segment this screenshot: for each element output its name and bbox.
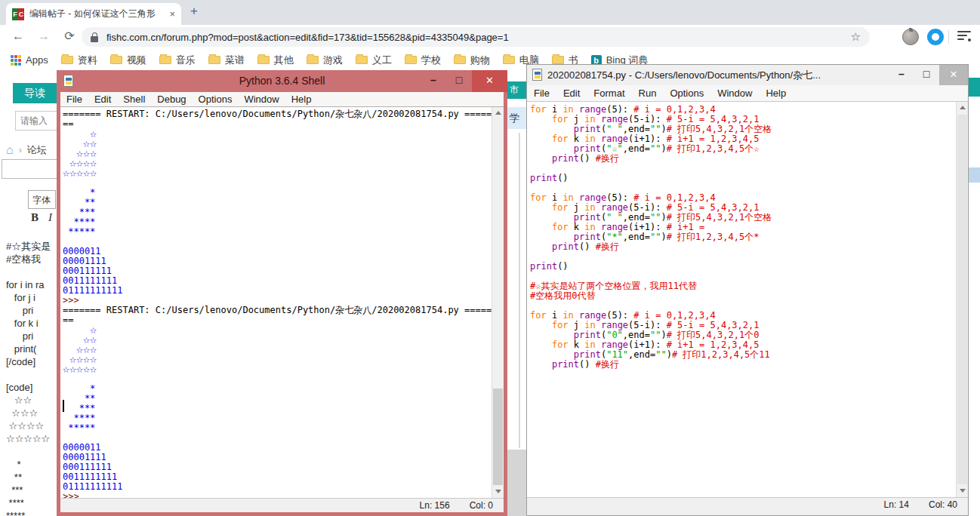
scroll-down-icon[interactable] — [492, 486, 504, 498]
shell-maximize-button[interactable]: □ — [446, 70, 472, 92]
post-line: ☆☆ — [6, 394, 57, 407]
page-fragment-right — [969, 167, 980, 183]
post-line: ***** — [6, 509, 57, 516]
shell-line: 01111111111 — [63, 482, 492, 492]
editor-scrollbar[interactable] — [956, 102, 968, 497]
browser-menu-icon[interactable] — [957, 31, 971, 41]
nav-bar-fragment: 市 — [507, 81, 527, 99]
browser-tab[interactable]: FC 编辑帖子 - 如何保证这个三角形 × — [6, 3, 181, 25]
shell-line: 00001111 — [63, 453, 492, 462]
code-line — [530, 252, 957, 262]
bookmark-folder[interactable]: 资料 — [61, 54, 97, 67]
url-input[interactable] — [105, 31, 845, 44]
home-icon[interactable]: ⌂ — [6, 145, 14, 155]
breadcrumb-forum-link[interactable]: 论坛 — [27, 143, 47, 157]
menu-item-edit[interactable]: Edit — [88, 92, 117, 106]
editor-minimize-button[interactable]: – — [889, 65, 914, 85]
post-editor-text[interactable]: #☆其实是#空格我 for i in ra for j i pri for k … — [6, 240, 57, 516]
menu-item-options[interactable]: Options — [663, 85, 710, 101]
shell-line — [63, 237, 492, 247]
scroll-up-icon[interactable] — [957, 102, 968, 114]
shell-output[interactable]: ======= RESTART: C:/Users/lenovo/Documen… — [60, 107, 492, 498]
screen: FC 编辑帖子 - 如何保证这个三角形 × + ← → ⟳ ☆ Apps 资料视… — [0, 0, 980, 516]
tab-close-icon[interactable]: × — [169, 8, 175, 20]
editor-menubar: FileEditFormatRunOptionsWindowHelp — [527, 85, 968, 102]
bookmark-folder[interactable]: 视频 — [110, 54, 146, 67]
editor-close-button[interactable]: ✕ — [939, 65, 968, 85]
nav-daodu-button[interactable]: 导读 — [13, 83, 57, 103]
nav-bar-fragment-right — [969, 78, 980, 97]
font-select[interactable]: 字体 — [28, 190, 56, 209]
menu-item-file[interactable]: File — [60, 92, 88, 106]
bookmark-star-icon[interactable]: ☆ — [851, 30, 861, 44]
menu-item-options[interactable]: Options — [193, 92, 239, 106]
shell-line: ***** — [63, 423, 492, 433]
post-line: * — [6, 458, 57, 471]
bookmark-folder[interactable]: 音乐 — [159, 54, 196, 67]
menu-item-help[interactable]: Help — [759, 85, 793, 101]
scrollbar-thumb[interactable] — [493, 389, 503, 485]
editor-code[interactable]: for i in range(5): # i = 0,1,2,3,4 for j… — [527, 102, 957, 497]
shell-close-button[interactable]: ✕ — [472, 70, 507, 92]
shell-line: ☆ — [63, 129, 492, 139]
menu-item-edit[interactable]: Edit — [556, 85, 587, 101]
shell-line: 0000011 — [63, 247, 492, 256]
apps-shortcut[interactable]: Apps — [11, 54, 48, 66]
bookmark-folder[interactable]: 义工 — [356, 54, 392, 67]
bold-button[interactable]: B — [31, 211, 39, 224]
shell-line: ** — [63, 198, 492, 207]
bookmark-folder[interactable]: 学校 — [405, 54, 441, 67]
post-line — [6, 445, 57, 458]
shell-line: == — [63, 119, 492, 129]
shell-line — [63, 178, 492, 188]
shell-line: ☆☆☆☆☆ — [63, 168, 492, 178]
shell-minimize-button[interactable]: – — [421, 70, 446, 92]
menu-item-debug[interactable]: Debug — [151, 92, 192, 106]
italic-button[interactable]: I — [48, 211, 52, 224]
scroll-down-icon[interactable] — [957, 485, 968, 497]
scroll-up-icon[interactable] — [492, 107, 504, 119]
shell-line: 01111111111 — [63, 286, 492, 296]
folder-icon — [356, 56, 368, 64]
address-bar[interactable]: ☆ — [82, 27, 870, 47]
shell-line-indicator: Ln: 156 — [420, 500, 450, 511]
shell-line: 00001111 — [63, 256, 492, 266]
post-line: ☆☆☆ — [6, 407, 57, 419]
post-line — [6, 266, 57, 278]
back-icon[interactable]: ← — [9, 27, 27, 45]
shell-scrollbar[interactable] — [492, 107, 504, 498]
reload-icon[interactable]: ⟳ — [60, 27, 79, 45]
bookmark-folder[interactable]: 购物 — [454, 54, 490, 67]
search-input[interactable] — [15, 111, 62, 131]
python-shell-window: Python 3.6.4 Shell – □ ✕ FileEditShellDe… — [57, 70, 507, 516]
bookmark-folder[interactable]: 游戏 — [307, 54, 343, 67]
bookmark-folder[interactable]: 菜谱 — [208, 54, 245, 67]
menu-item-help[interactable]: Help — [285, 92, 318, 106]
menu-item-window[interactable]: Window — [238, 92, 285, 106]
folder-icon — [405, 56, 417, 64]
menu-item-shell[interactable]: Shell — [117, 92, 151, 106]
forward-icon[interactable]: → — [35, 27, 53, 45]
shell-titlebar[interactable]: Python 3.6.4 Shell – □ ✕ — [57, 70, 507, 92]
code-line: #空格我用0代替 — [530, 291, 957, 301]
shell-line: 0011111111 — [63, 472, 492, 482]
menu-item-run[interactable]: Run — [632, 85, 664, 101]
title-input[interactable] — [2, 159, 57, 179]
shell-line: ☆☆☆☆ — [63, 158, 492, 168]
editor-maximize-button[interactable]: □ — [914, 65, 939, 85]
folder-icon — [503, 56, 515, 64]
post-line: [/code] — [6, 355, 57, 368]
blue-ring-extension-icon[interactable] — [927, 29, 944, 45]
new-tab-button[interactable]: + — [190, 4, 198, 19]
menu-item-window[interactable]: Window — [710, 85, 759, 101]
editor-titlebar[interactable]: 202002081754.py - C:/Users/lenovo/Docume… — [527, 65, 968, 85]
shell-line: ** — [63, 394, 492, 404]
shell-line: ☆☆☆ — [63, 345, 492, 355]
scrollbar-thumb[interactable] — [957, 115, 967, 484]
bookmark-folder[interactable]: 其他 — [257, 54, 294, 67]
shell-line: ☆☆ — [63, 335, 492, 345]
tomato-extension-icon[interactable] — [902, 29, 919, 45]
menu-item-format[interactable]: Format — [587, 85, 631, 101]
shell-line: ☆☆☆☆ — [63, 355, 492, 364]
menu-item-file[interactable]: File — [527, 85, 556, 101]
